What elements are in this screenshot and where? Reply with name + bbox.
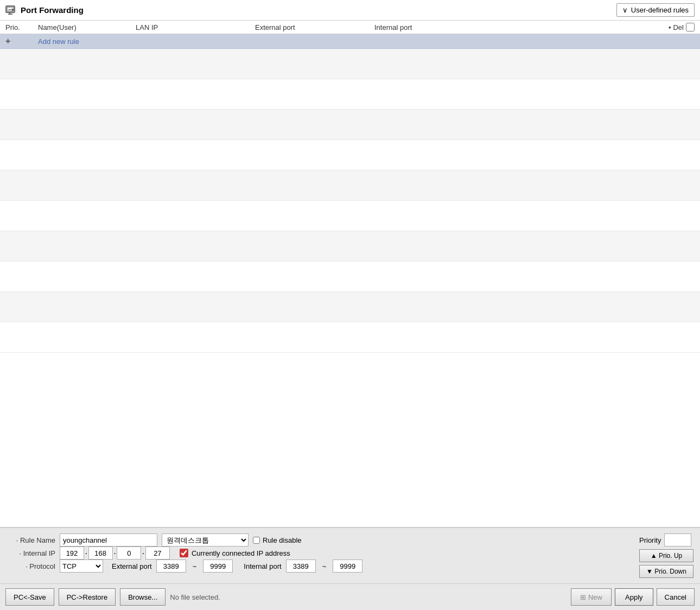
ext-port-to-input[interactable] bbox=[203, 560, 233, 573]
del-icon: ▪ bbox=[669, 23, 671, 31]
protocol-row: · Protocol TCP UDP TCP/UDP External port… bbox=[7, 560, 628, 573]
empty-row bbox=[0, 170, 700, 201]
empty-rows-area bbox=[0, 49, 700, 527]
empty-row bbox=[0, 292, 700, 322]
add-rule-label: Add new rule bbox=[38, 37, 695, 46]
priority-input-row: Priority bbox=[639, 533, 691, 547]
empty-row bbox=[0, 231, 700, 262]
port-forwarding-icon bbox=[5, 5, 16, 15]
add-new-rule-row[interactable]: + Add new rule bbox=[0, 34, 700, 49]
ip-dot-3: · bbox=[142, 549, 144, 557]
new-icon: ⊞ bbox=[580, 593, 586, 601]
action-bar-right: ⊞ New Apply Cancel bbox=[571, 588, 695, 606]
empty-row bbox=[0, 110, 700, 140]
rule-name-input[interactable] bbox=[60, 533, 157, 547]
connected-ip-container: Currently connected IP address bbox=[180, 549, 290, 557]
select-all-checkbox[interactable] bbox=[686, 23, 695, 31]
external-port-label: External port bbox=[112, 562, 152, 570]
rule-edit-form: · Rule Name 원격데스크톱 Rule disable · Intern… bbox=[0, 527, 700, 583]
ip-octet-3[interactable] bbox=[117, 547, 141, 560]
ext-port-from-input[interactable] bbox=[156, 560, 186, 573]
page-title: Port Forwarding bbox=[5, 5, 84, 15]
empty-row bbox=[0, 49, 700, 79]
add-icon: + bbox=[5, 36, 38, 46]
page-header: Port Forwarding ∨ User-defined rules bbox=[0, 0, 700, 21]
ip-octet-4[interactable] bbox=[145, 547, 170, 560]
user-defined-rules-dropdown[interactable]: ∨ User-defined rules bbox=[616, 3, 695, 17]
rule-disable-checkbox[interactable] bbox=[253, 537, 260, 544]
internal-ip-label: · Internal IP bbox=[7, 549, 55, 557]
tilde-2: ~ bbox=[320, 562, 329, 570]
empty-row bbox=[0, 140, 700, 170]
dropdown-arrow-icon: ∨ bbox=[622, 6, 628, 14]
priority-label: Priority bbox=[639, 536, 661, 544]
empty-row bbox=[0, 322, 700, 353]
pc-save-button[interactable]: PC<-Save bbox=[5, 588, 54, 606]
connected-ip-checkbox[interactable] bbox=[180, 549, 188, 557]
protocol-label: · Protocol bbox=[7, 562, 55, 570]
new-button[interactable]: ⊞ New bbox=[571, 588, 612, 606]
no-file-label: No file selected. bbox=[170, 593, 567, 601]
ip-octet-2[interactable] bbox=[88, 547, 113, 560]
preset-select[interactable]: 원격데스크톱 bbox=[162, 533, 249, 547]
prio-up-button[interactable]: ▲ Prio. Up bbox=[639, 549, 693, 562]
priority-input[interactable] bbox=[664, 533, 691, 547]
cancel-button[interactable]: Cancel bbox=[657, 588, 695, 606]
tilde-1: ~ bbox=[190, 562, 199, 570]
priority-section: Priority ▲ Prio. Up ▼ Prio. Down bbox=[628, 533, 693, 578]
rule-name-row: · Rule Name 원격데스크톱 Rule disable bbox=[7, 533, 628, 547]
protocol-select[interactable]: TCP UDP TCP/UDP bbox=[60, 560, 103, 573]
rule-name-label: · Rule Name bbox=[7, 536, 55, 544]
browse-button[interactable]: Browse... bbox=[120, 588, 166, 606]
table-header: Prio. Name(User) LAN IP External port In… bbox=[0, 21, 700, 34]
pc-restore-button[interactable]: PC->Restore bbox=[59, 588, 116, 606]
rule-disable-label: Rule disable bbox=[253, 536, 302, 544]
apply-button[interactable]: Apply bbox=[615, 588, 653, 606]
internal-ip-row: · Internal IP · · · Currently connected … bbox=[7, 547, 628, 560]
empty-row bbox=[0, 201, 700, 231]
connected-ip-label: Currently connected IP address bbox=[192, 549, 290, 557]
ip-dot-2: · bbox=[114, 549, 116, 557]
ip-dot-1: · bbox=[85, 549, 87, 557]
int-port-from-input[interactable] bbox=[286, 560, 316, 573]
ip-address-container: · · · bbox=[60, 547, 170, 560]
int-port-to-input[interactable] bbox=[333, 560, 362, 573]
internal-port-label: Internal port bbox=[244, 562, 281, 570]
ip-octet-1[interactable] bbox=[60, 547, 84, 560]
action-bar: PC<-Save PC->Restore Browse... No file s… bbox=[0, 583, 700, 610]
delete-all-col: ▪ Del bbox=[494, 23, 695, 31]
prio-down-button[interactable]: ▼ Prio. Down bbox=[639, 565, 693, 578]
empty-row bbox=[0, 79, 700, 110]
empty-row bbox=[0, 262, 700, 292]
